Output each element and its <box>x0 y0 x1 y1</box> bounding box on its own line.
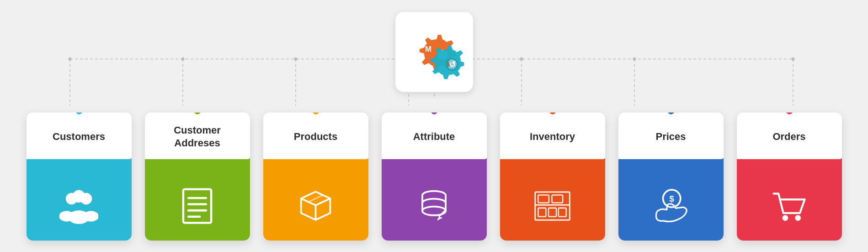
card-top-attribute: Attribute <box>382 113 487 158</box>
svg-point-22 <box>73 190 85 203</box>
card-top-customers: Customers <box>27 113 132 158</box>
card-top-inventory: Inventory <box>500 113 605 158</box>
card-bottom-prices: $ <box>618 158 724 241</box>
cards-row: Customers <box>9 113 859 241</box>
svg-marker-42 <box>437 217 443 221</box>
svg-rect-47 <box>538 208 546 217</box>
customers-icon <box>59 187 98 225</box>
card-bottom-addresses <box>145 158 250 241</box>
svg-text:M: M <box>425 45 431 54</box>
attribute-icon <box>415 187 453 225</box>
card-top-products: Products <box>263 113 368 158</box>
card-title-inventory: Inventory <box>530 130 575 143</box>
card-orders: Orders <box>737 113 842 241</box>
svg-rect-26 <box>183 189 211 223</box>
card-products: Products <box>263 113 368 241</box>
card-addresses: CustomerAddreses <box>145 113 250 241</box>
svg-point-15 <box>633 57 636 60</box>
svg-point-10 <box>68 57 71 60</box>
diagram-container: ↺ M Customers <box>9 7 859 245</box>
svg-rect-46 <box>552 195 563 203</box>
svg-point-12 <box>294 57 297 60</box>
card-prices: Prices $ <box>618 113 724 241</box>
svg-rect-45 <box>538 195 549 203</box>
card-customers: Customers <box>27 113 132 241</box>
card-attribute: Attribute <box>382 113 487 241</box>
card-top-addresses: CustomerAddreses <box>145 113 250 158</box>
svg-rect-48 <box>548 208 556 217</box>
svg-rect-49 <box>559 208 566 217</box>
svg-point-24 <box>59 211 75 221</box>
card-title-addresses: CustomerAddreses <box>174 124 221 149</box>
hub: ↺ M <box>395 12 473 92</box>
hub-gears-icon: ↺ M <box>405 22 464 81</box>
card-bottom-orders <box>737 158 842 241</box>
card-title-orders: Orders <box>772 130 805 143</box>
svg-point-16 <box>791 57 794 60</box>
svg-text:$: $ <box>669 194 674 204</box>
products-icon <box>296 187 335 225</box>
svg-point-11 <box>181 57 184 60</box>
card-bottom-customers <box>27 158 132 241</box>
card-title-customers: Customers <box>53 130 105 143</box>
svg-line-33 <box>309 195 323 202</box>
svg-point-14 <box>520 57 523 60</box>
card-title-prices: Prices <box>655 130 686 143</box>
card-bottom-products <box>263 158 368 241</box>
card-top-orders: Orders <box>737 113 842 158</box>
prices-icon: $ <box>651 187 690 225</box>
card-inventory: Inventory <box>500 113 605 241</box>
orders-icon <box>770 187 809 225</box>
svg-point-25 <box>83 211 98 221</box>
svg-text:↺: ↺ <box>449 60 456 69</box>
card-bottom-inventory <box>500 158 605 241</box>
svg-point-53 <box>795 215 801 221</box>
svg-point-52 <box>783 215 788 221</box>
card-title-attribute: Attribute <box>413 130 455 143</box>
card-title-products: Products <box>294 130 337 143</box>
card-top-prices: Prices <box>618 113 724 158</box>
inventory-icon <box>533 187 572 225</box>
card-bottom-attribute <box>382 158 487 241</box>
addresses-icon <box>178 187 217 225</box>
